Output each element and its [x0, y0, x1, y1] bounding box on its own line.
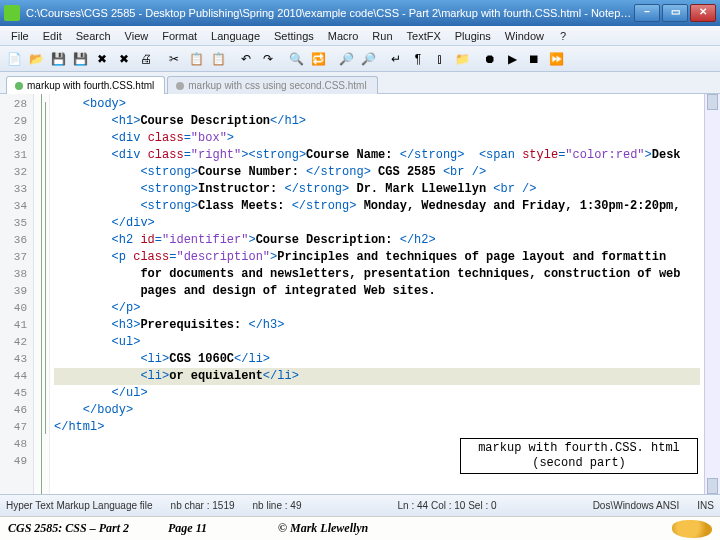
- fold-margin[interactable]: [34, 94, 50, 494]
- line-number-gutter: 2829303132333435363738394041424344454647…: [0, 94, 34, 494]
- status-charcount: nb char : 1519: [171, 500, 235, 511]
- menu-textfx[interactable]: TextFX: [400, 28, 448, 44]
- folder-view-icon[interactable]: 📁: [452, 49, 472, 69]
- close-all-icon[interactable]: ✖: [114, 49, 134, 69]
- annotation-box: markup with fourth.CSS. html (second par…: [460, 438, 698, 474]
- menu-window[interactable]: Window: [498, 28, 551, 44]
- footer-page: Page 11: [168, 521, 278, 536]
- footer-course: CGS 2585: CSS – Part 2: [8, 521, 168, 536]
- play-macro-icon[interactable]: ▶: [502, 49, 522, 69]
- menu-format[interactable]: Format: [155, 28, 204, 44]
- close-file-icon[interactable]: ✖: [92, 49, 112, 69]
- save-all-icon[interactable]: 💾: [70, 49, 90, 69]
- new-file-icon[interactable]: 📄: [4, 49, 24, 69]
- tab-label: markup with css using second.CSS.html: [188, 80, 366, 91]
- window-title: C:\Courses\CGS 2585 - Desktop Publishing…: [26, 7, 634, 19]
- status-linecount: nb line : 49: [253, 500, 302, 511]
- wrap-icon[interactable]: ↵: [386, 49, 406, 69]
- tab-status-icon: [15, 82, 23, 90]
- menu-view[interactable]: View: [118, 28, 156, 44]
- vertical-scrollbar[interactable]: [704, 94, 720, 494]
- menu-run[interactable]: Run: [365, 28, 399, 44]
- menu-plugins[interactable]: Plugins: [448, 28, 498, 44]
- menu-bar: FileEditSearchViewFormatLanguageSettings…: [0, 26, 720, 46]
- status-bar: Hyper Text Markup Language file nb char …: [0, 494, 720, 516]
- redo-icon[interactable]: ↷: [258, 49, 278, 69]
- replace-icon[interactable]: 🔁: [308, 49, 328, 69]
- undo-icon[interactable]: ↶: [236, 49, 256, 69]
- find-icon[interactable]: 🔍: [286, 49, 306, 69]
- annotation-line1: markup with fourth.CSS. html: [465, 441, 693, 456]
- status-encoding: Dos\Windows ANSI: [593, 500, 680, 511]
- toolbar: 📄 📂 💾 💾 ✖ ✖ 🖨 ✂ 📋 📋 ↶ ↷ 🔍 🔁 🔎 🔎 ↵ ¶ ⫿ 📁 …: [0, 46, 720, 72]
- save-icon[interactable]: 💾: [48, 49, 68, 69]
- zoom-out-icon[interactable]: 🔎: [358, 49, 378, 69]
- maximize-button[interactable]: ▭: [662, 4, 688, 22]
- status-cursor: Ln : 44 Col : 10 Sel : 0: [398, 500, 497, 511]
- print-icon[interactable]: 🖨: [136, 49, 156, 69]
- tab-bar: markup with fourth.CSS.htmlmarkup with c…: [0, 72, 720, 94]
- cut-icon[interactable]: ✂: [164, 49, 184, 69]
- tab-status-icon: [176, 82, 184, 90]
- record-macro-icon[interactable]: ⏺: [480, 49, 500, 69]
- file-tab[interactable]: markup with fourth.CSS.html: [6, 76, 165, 94]
- paste-icon[interactable]: 📋: [208, 49, 228, 69]
- zoom-in-icon[interactable]: 🔎: [336, 49, 356, 69]
- menu-language[interactable]: Language: [204, 28, 267, 44]
- file-tab[interactable]: markup with css using second.CSS.html: [167, 76, 377, 94]
- stop-macro-icon[interactable]: ⏹: [524, 49, 544, 69]
- open-file-icon[interactable]: 📂: [26, 49, 46, 69]
- status-mode: INS: [697, 500, 714, 511]
- annotation-line2: (second part): [465, 456, 693, 471]
- menu-help[interactable]: ?: [553, 28, 573, 44]
- menu-edit[interactable]: Edit: [36, 28, 69, 44]
- ucf-logo-icon: [672, 520, 712, 538]
- tab-label: markup with fourth.CSS.html: [27, 80, 154, 91]
- menu-macro[interactable]: Macro: [321, 28, 366, 44]
- status-filetype: Hyper Text Markup Language file: [6, 500, 153, 511]
- menu-file[interactable]: File: [4, 28, 36, 44]
- menu-search[interactable]: Search: [69, 28, 118, 44]
- window-buttons: – ▭ ✕: [634, 4, 716, 22]
- menu-settings[interactable]: Settings: [267, 28, 321, 44]
- slide-footer: CGS 2585: CSS – Part 2 Page 11 © Mark Ll…: [0, 516, 720, 540]
- show-ws-icon[interactable]: ¶: [408, 49, 428, 69]
- minimize-button[interactable]: –: [634, 4, 660, 22]
- copy-icon[interactable]: 📋: [186, 49, 206, 69]
- code-area[interactable]: <body> <h1>Course Description</h1> <div …: [50, 94, 704, 494]
- app-icon: [4, 5, 20, 21]
- indent-guide-icon[interactable]: ⫿: [430, 49, 450, 69]
- window-titlebar: C:\Courses\CGS 2585 - Desktop Publishing…: [0, 0, 720, 26]
- code-editor[interactable]: 2829303132333435363738394041424344454647…: [0, 94, 720, 494]
- close-button[interactable]: ✕: [690, 4, 716, 22]
- run-macro-icon[interactable]: ⏩: [546, 49, 566, 69]
- footer-author: © Mark Llewellyn: [278, 521, 672, 536]
